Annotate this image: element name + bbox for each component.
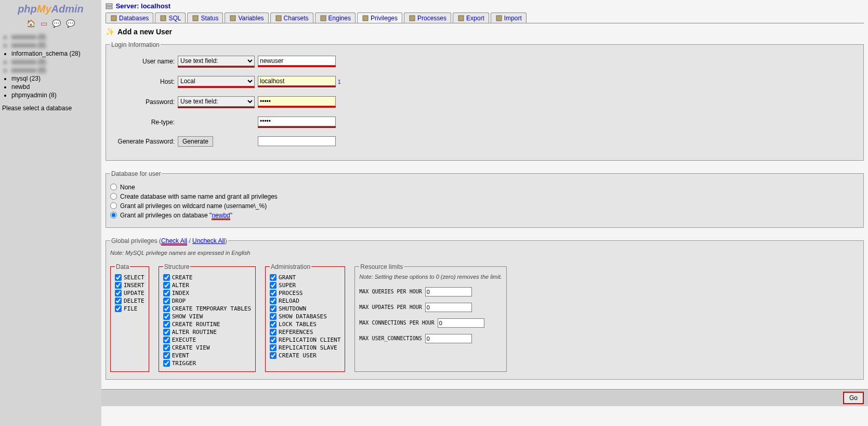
priv-checkbox[interactable] [270, 305, 277, 312]
tab-engines[interactable]: Engines [315, 12, 356, 23]
docs-icon[interactable]: 💬 [66, 19, 75, 28]
priv-checkbox[interactable] [163, 321, 170, 328]
tab-import[interactable]: Import [491, 12, 527, 23]
server-breadcrumb: Server: localhost [106, 2, 864, 10]
grant-db-link[interactable]: newbd [212, 212, 230, 220]
priv-label: TRIGGER [172, 360, 196, 367]
tab-status[interactable]: Status [187, 12, 223, 23]
priv-checkbox[interactable] [163, 313, 170, 320]
tab-variables[interactable]: Variables [225, 12, 268, 23]
generated-password-input[interactable] [258, 136, 336, 146]
resource-limit-row: MAX CONNECTIONS PER HOUR [359, 315, 502, 331]
username-input[interactable] [258, 56, 336, 66]
sidebar-db-item[interactable]: information_schema (28) [11, 49, 99, 58]
host-note[interactable]: 1 [338, 79, 341, 85]
server-name[interactable]: localhost [141, 2, 170, 10]
priv-checkbox[interactable] [163, 329, 170, 335]
svg-rect-11 [496, 16, 502, 21]
tab-databases[interactable]: Databases [106, 12, 153, 23]
svg-rect-1 [106, 7, 112, 9]
priv-checkbox[interactable] [115, 298, 122, 304]
generate-button[interactable]: Generate [178, 136, 213, 147]
radio-0[interactable] [110, 184, 117, 190]
priv-checkbox[interactable] [270, 290, 277, 296]
tab-charsets[interactable]: Charsets [270, 12, 313, 23]
sidebar-db-item[interactable]: phpmyadmin (8) [11, 91, 99, 99]
radio-grant-db[interactable] [110, 212, 117, 218]
global-note: Note: MySQL privilege names are expresse… [110, 250, 859, 256]
priv-checkbox[interactable] [115, 282, 122, 289]
retype-input[interactable] [258, 117, 336, 126]
resource-input[interactable] [425, 287, 472, 296]
svg-rect-6 [276, 16, 281, 21]
tab-processes[interactable]: Processes [404, 12, 451, 23]
sql-icon [160, 15, 167, 22]
admin-priv-box: Administration GRANTSUPERPROCESSRELOADSH… [265, 263, 345, 372]
retype-label: Re-type: [110, 119, 178, 126]
host-input[interactable] [258, 76, 336, 86]
dbuser-radio-0[interactable]: None [110, 183, 859, 192]
priv-checkbox[interactable] [115, 290, 122, 296]
check-all-link[interactable]: Check All [161, 237, 187, 246]
priv-label: SHOW DATABASES [279, 313, 327, 320]
priv-checkbox[interactable] [163, 282, 170, 289]
sidebar-db-item[interactable]: xxxxxxxx (0) [11, 66, 99, 74]
dbuser-radio-1[interactable]: Create database with same name and grant… [110, 192, 859, 201]
priv-checkbox[interactable] [270, 274, 277, 281]
priv-item: CREATE TEMPORARY TABLES [163, 305, 251, 313]
resource-label: MAX CONNECTIONS PER HOUR [359, 320, 435, 326]
sidebar-db-item[interactable]: xxxxxxxx (0) [11, 41, 99, 49]
priv-label: ALTER [172, 282, 189, 289]
dbuser-radio-2[interactable]: Grant all privileges on wildcard name (u… [110, 201, 859, 211]
grant-suffix: " [230, 212, 232, 219]
priv-checkbox[interactable] [270, 313, 277, 320]
priv-checkbox[interactable] [163, 337, 170, 343]
resource-input[interactable] [425, 303, 472, 312]
priv-checkbox[interactable] [163, 274, 170, 281]
radio-2[interactable] [110, 202, 117, 209]
sidebar-db-item[interactable]: xxxxxxxx (0) [11, 58, 99, 66]
priv-checkbox[interactable] [270, 337, 277, 343]
priv-label: UPDATE [124, 290, 144, 296]
priv-checkbox[interactable] [115, 274, 122, 281]
host-type-select[interactable]: Local [178, 76, 255, 86]
go-button[interactable]: Go [843, 392, 864, 404]
priv-label: PROCESS [279, 290, 303, 296]
priv-label: REPLICATION SLAVE [279, 344, 337, 351]
tab-privileges[interactable]: Privileges [357, 12, 402, 23]
password-input[interactable] [258, 96, 336, 106]
priv-item: REPLICATION SLAVE [270, 344, 340, 352]
priv-checkbox[interactable] [270, 298, 277, 304]
uncheck-all-link[interactable]: Uncheck All [192, 237, 225, 244]
dbuser-radio-grant-db[interactable]: Grant all privileges on database "newbd" [110, 211, 859, 220]
priv-checkbox[interactable] [270, 344, 277, 351]
priv-checkbox[interactable] [270, 352, 277, 359]
sidebar-db-item[interactable]: newbd [11, 83, 99, 91]
priv-checkbox[interactable] [270, 329, 277, 335]
radio-1[interactable] [110, 193, 117, 200]
resource-input[interactable] [425, 334, 472, 343]
help-icon[interactable]: 💬 [52, 19, 61, 28]
priv-checkbox[interactable] [163, 360, 170, 367]
home-icon[interactable]: 🏠 [27, 19, 35, 28]
priv-checkbox[interactable] [163, 305, 170, 312]
priv-checkbox[interactable] [115, 305, 122, 312]
sidebar-db-item[interactable]: mysql (23) [11, 74, 99, 83]
resource-input[interactable] [438, 318, 484, 328]
priv-checkbox[interactable] [270, 282, 277, 289]
priv-checkbox[interactable] [270, 321, 277, 328]
username-type-select[interactable]: Use text field: [178, 56, 255, 66]
tab-sql[interactable]: SQL [155, 12, 186, 23]
sidebar-db-item[interactable]: xxxxxxxx (0) [11, 33, 99, 41]
priv-checkbox[interactable] [163, 298, 170, 304]
priv-checkbox[interactable] [163, 352, 170, 359]
resource-label: MAX UPDATES PER HOUR [359, 304, 422, 310]
password-type-select[interactable]: Use text field: [178, 96, 255, 107]
sql-icon[interactable]: ▭ [41, 19, 47, 28]
select-db-label: Please select a database [2, 105, 99, 112]
priv-checkbox[interactable] [163, 344, 170, 351]
data-legend: Data [115, 263, 130, 270]
tab-export[interactable]: Export [453, 12, 489, 23]
priv-item: EXECUTE [163, 336, 251, 344]
priv-checkbox[interactable] [163, 290, 170, 296]
